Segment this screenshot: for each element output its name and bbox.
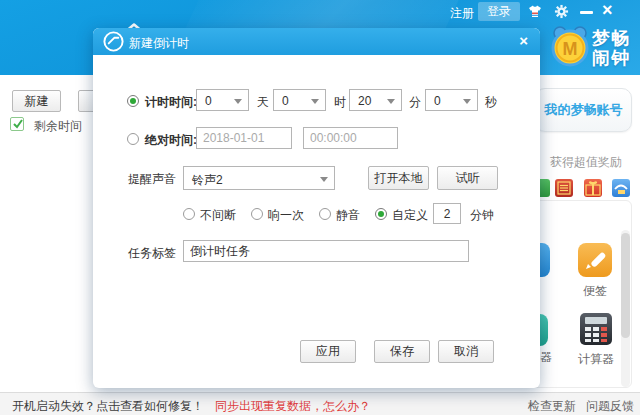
days-select[interactable]: 0: [196, 89, 249, 111]
rewards-text: 获得超值奖励: [540, 154, 632, 171]
ring-custom-radio[interactable]: [375, 208, 387, 220]
minutes-select[interactable]: 20: [349, 89, 402, 111]
sync-duplicate-link[interactable]: 同步出现重复数据，怎么办？: [215, 398, 371, 415]
seconds-value: 0: [434, 94, 441, 108]
tools-scrollbar-thumb[interactable]: [621, 233, 630, 338]
dialog-title: 新建倒计时: [129, 35, 189, 52]
task-label: 任务标签: [128, 245, 176, 262]
task-name-input[interactable]: [183, 240, 469, 262]
hours-value: 0: [282, 94, 289, 108]
hours-unit: 时: [334, 94, 346, 111]
status-bar: 开机启动失效？点击查看如何修复！ 同步出现重复数据，怎么办？ 检查更新 问题反馈: [0, 392, 640, 415]
ring-continuous-radio[interactable]: [183, 208, 195, 220]
register-link[interactable]: 注册: [450, 5, 474, 22]
minutes-unit: 分: [409, 94, 421, 111]
my-account-button[interactable]: 我的梦畅账号: [535, 88, 632, 132]
ring-once-label: 响一次: [268, 207, 304, 224]
absolute-mode-radio[interactable]: [127, 133, 139, 145]
chevron-down-icon: [387, 99, 395, 104]
chevron-down-icon: [320, 177, 328, 182]
absolute-date-input[interactable]: [196, 127, 292, 149]
new-task-button[interactable]: 新建: [12, 90, 61, 112]
custom-minutes-input[interactable]: [433, 203, 461, 224]
ring-once-radio[interactable]: [251, 208, 263, 220]
app-window: 注册 登录 ×: [0, 0, 640, 415]
custom-minutes-unit: 分钟: [470, 207, 494, 224]
app-title: 梦畅 闹钟: [592, 28, 630, 68]
new-countdown-dialog: 新建倒计时 × 计时时间: 0 天 0 时 20 分 0 秒 绝对时间:: [93, 28, 540, 388]
minimize-button[interactable]: [580, 11, 593, 14]
hours-select[interactable]: 0: [273, 89, 326, 111]
preview-sound-button[interactable]: 试听: [437, 166, 498, 190]
login-button[interactable]: 登录: [478, 2, 520, 21]
svg-text:M: M: [563, 39, 578, 59]
ringtone-select[interactable]: 铃声2: [183, 166, 335, 190]
countdown-clock-icon: [102, 30, 125, 53]
timer-mode-radio[interactable]: [127, 95, 139, 107]
seconds-unit: 秒: [485, 94, 497, 111]
ring-silent-label: 静音: [336, 207, 360, 224]
check-icon: [12, 118, 24, 130]
remaining-time-checkbox[interactable]: [10, 117, 24, 131]
timer-mode-label: 计时时间:: [145, 94, 197, 111]
hidden-tool-label-fragment: 器: [540, 349, 552, 366]
save-button[interactable]: 保存: [374, 340, 430, 363]
dialog-close-button[interactable]: ×: [519, 32, 528, 49]
check-update-link[interactable]: 检查更新: [528, 398, 576, 415]
tool-calculator[interactable]: 计算器: [576, 313, 616, 368]
reward-promo-icon[interactable]: [612, 179, 630, 197]
notes-pencil-icon: [578, 243, 612, 277]
reward-gift-icon[interactable]: [584, 179, 602, 197]
chevron-down-icon: [311, 99, 319, 104]
settings-gear-icon[interactable]: [554, 4, 570, 20]
chevron-down-icon: [234, 99, 242, 104]
absolute-mode-label: 绝对时间:: [145, 132, 197, 149]
window-close-button[interactable]: ×: [602, 0, 613, 21]
open-local-button[interactable]: 打开本地: [368, 166, 429, 190]
ring-silent-radio[interactable]: [319, 208, 331, 220]
tool-calculator-label: 计算器: [576, 351, 616, 368]
days-unit: 天: [257, 94, 269, 111]
tool-notes[interactable]: 便签: [575, 243, 615, 300]
days-value: 0: [205, 94, 212, 108]
skin-theme-icon[interactable]: [527, 4, 543, 20]
apply-button[interactable]: 应用: [300, 340, 356, 363]
app-logo-icon: M: [548, 24, 592, 73]
ring-continuous-label: 不间断: [200, 207, 236, 224]
ringtone-value: 铃声2: [192, 172, 223, 189]
app-title-line2: 闹钟: [592, 48, 630, 68]
cancel-button[interactable]: 取消: [438, 340, 494, 363]
feedback-link[interactable]: 问题反馈: [586, 398, 634, 415]
ring-custom-label: 自定义: [392, 207, 428, 224]
app-title-line1: 梦畅: [592, 28, 630, 48]
sound-label: 提醒声音: [128, 171, 176, 188]
chevron-down-icon: [463, 99, 471, 104]
calculator-icon: [580, 313, 612, 345]
absolute-time-input[interactable]: [303, 127, 398, 149]
reward-coupon-icon[interactable]: [555, 179, 573, 197]
tool-notes-label: 便签: [575, 283, 615, 300]
startup-fix-link[interactable]: 开机启动失效？点击查看如何修复！: [12, 398, 204, 415]
dialog-header: 新建倒计时 ×: [93, 28, 540, 55]
minutes-value: 20: [358, 94, 371, 108]
seconds-select[interactable]: 0: [425, 89, 478, 111]
